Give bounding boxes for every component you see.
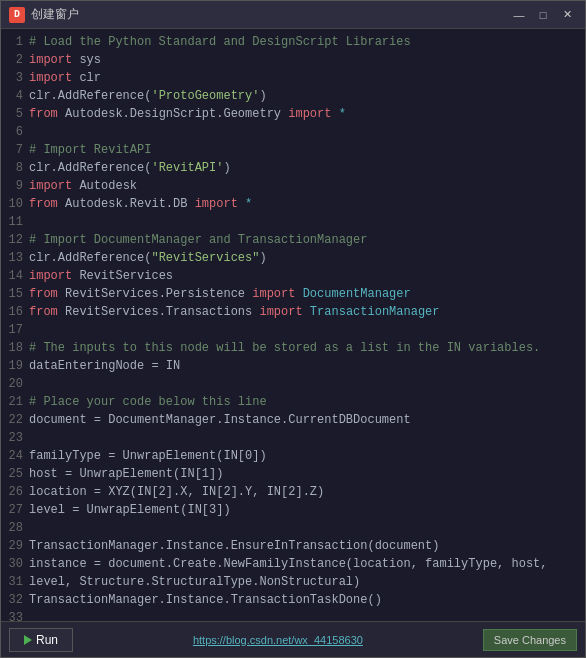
run-button[interactable]: Run: [9, 628, 73, 652]
line-code: import sys: [29, 51, 585, 69]
table-row: 33: [1, 609, 585, 621]
table-row: 28: [1, 519, 585, 537]
table-row: 23: [1, 429, 585, 447]
line-code: import RevitServices: [29, 267, 585, 285]
line-number: 13: [1, 249, 29, 267]
table-row: 9import Autodesk: [1, 177, 585, 195]
line-code: # Import RevitAPI: [29, 141, 585, 159]
line-number: 31: [1, 573, 29, 591]
line-code: [29, 123, 585, 141]
table-row: 29TransactionManager.Instance.EnsureInTr…: [1, 537, 585, 555]
line-code: # Place your code below this line: [29, 393, 585, 411]
window-controls: — □ ✕: [509, 7, 577, 23]
table-row: 6: [1, 123, 585, 141]
line-number: 3: [1, 69, 29, 87]
line-code: [29, 375, 585, 393]
line-code: clr.AddReference('ProtoGeometry'): [29, 87, 585, 105]
table-row: 25host = UnwrapElement(IN[1]): [1, 465, 585, 483]
line-number: 28: [1, 519, 29, 537]
line-code: # Load the Python Standard and DesignScr…: [29, 33, 585, 51]
table-row: 22document = DocumentManager.Instance.Cu…: [1, 411, 585, 429]
line-number: 22: [1, 411, 29, 429]
line-code: location = XYZ(IN[2].X, IN[2].Y, IN[2].Z…: [29, 483, 585, 501]
line-code: TransactionManager.Instance.TransactionT…: [29, 591, 585, 609]
line-number: 2: [1, 51, 29, 69]
line-number: 6: [1, 123, 29, 141]
line-number: 33: [1, 609, 29, 621]
table-row: 18# The inputs to this node will be stor…: [1, 339, 585, 357]
line-number: 23: [1, 429, 29, 447]
table-row: 21# Place your code below this line: [1, 393, 585, 411]
table-row: 32TransactionManager.Instance.Transactio…: [1, 591, 585, 609]
line-code: TransactionManager.Instance.EnsureInTran…: [29, 537, 585, 555]
line-number: 5: [1, 105, 29, 123]
line-number: 12: [1, 231, 29, 249]
table-row: 1# Load the Python Standard and DesignSc…: [1, 33, 585, 51]
line-code: [29, 429, 585, 447]
line-code: instance = document.Create.NewFamilyInst…: [29, 555, 585, 573]
line-number: 11: [1, 213, 29, 231]
line-number: 7: [1, 141, 29, 159]
line-number: 9: [1, 177, 29, 195]
line-number: 24: [1, 447, 29, 465]
line-number: 4: [1, 87, 29, 105]
save-button[interactable]: Save Changes: [483, 629, 577, 651]
window-title: 创建窗户: [31, 6, 509, 23]
table-row: 24familyType = UnwrapElement(IN[0]): [1, 447, 585, 465]
code-content: 1# Load the Python Standard and DesignSc…: [1, 29, 585, 621]
table-row: 5from Autodesk.DesignScript.Geometry imp…: [1, 105, 585, 123]
table-row: 2import sys: [1, 51, 585, 69]
line-number: 8: [1, 159, 29, 177]
main-window: D 创建窗户 — □ ✕ 1# Load the Python Standard…: [0, 0, 586, 658]
table-row: 17: [1, 321, 585, 339]
line-number: 20: [1, 375, 29, 393]
table-row: 8clr.AddReference('RevitAPI'): [1, 159, 585, 177]
line-number: 27: [1, 501, 29, 519]
bottom-bar: Run https://blog.csdn.net/wx_44158630 Sa…: [1, 621, 585, 657]
line-number: 30: [1, 555, 29, 573]
line-code: document = DocumentManager.Instance.Curr…: [29, 411, 585, 429]
line-number: 18: [1, 339, 29, 357]
url-text[interactable]: https://blog.csdn.net/wx_44158630: [73, 634, 483, 646]
table-row: 31level, Structure.StructuralType.NonStr…: [1, 573, 585, 591]
table-row: 27level = UnwrapElement(IN[3]): [1, 501, 585, 519]
line-code: from RevitServices.Transactions import T…: [29, 303, 585, 321]
line-code: [29, 321, 585, 339]
table-row: 16from RevitServices.Transactions import…: [1, 303, 585, 321]
line-number: 26: [1, 483, 29, 501]
table-row: 10from Autodesk.Revit.DB import *: [1, 195, 585, 213]
app-icon: D: [9, 7, 25, 23]
line-number: 14: [1, 267, 29, 285]
code-editor[interactable]: 1# Load the Python Standard and DesignSc…: [1, 29, 585, 621]
line-number: 32: [1, 591, 29, 609]
table-row: 26location = XYZ(IN[2].X, IN[2].Y, IN[2]…: [1, 483, 585, 501]
run-icon: [24, 635, 32, 645]
line-code: familyType = UnwrapElement(IN[0]): [29, 447, 585, 465]
line-number: 10: [1, 195, 29, 213]
line-number: 17: [1, 321, 29, 339]
line-code: level, Structure.StructuralType.NonStruc…: [29, 573, 585, 591]
line-code: clr.AddReference("RevitServices"): [29, 249, 585, 267]
minimize-button[interactable]: —: [509, 7, 529, 23]
table-row: 7# Import RevitAPI: [1, 141, 585, 159]
line-code: from Autodesk.DesignScript.Geometry impo…: [29, 105, 585, 123]
line-number: 1: [1, 33, 29, 51]
line-code: clr.AddReference('RevitAPI'): [29, 159, 585, 177]
line-number: 21: [1, 393, 29, 411]
line-code: [29, 213, 585, 231]
table-row: 3import clr: [1, 69, 585, 87]
maximize-button[interactable]: □: [533, 7, 553, 23]
table-row: 15from RevitServices.Persistence import …: [1, 285, 585, 303]
table-row: 19dataEnteringNode = IN: [1, 357, 585, 375]
line-number: 29: [1, 537, 29, 555]
line-code: dataEnteringNode = IN: [29, 357, 585, 375]
table-row: 4clr.AddReference('ProtoGeometry'): [1, 87, 585, 105]
line-code: import clr: [29, 69, 585, 87]
line-code: level = UnwrapElement(IN[3]): [29, 501, 585, 519]
line-code: # Import DocumentManager and Transaction…: [29, 231, 585, 249]
table-row: 12# Import DocumentManager and Transacti…: [1, 231, 585, 249]
line-code: [29, 609, 585, 621]
close-button[interactable]: ✕: [557, 7, 577, 23]
table-row: 14import RevitServices: [1, 267, 585, 285]
line-code: from RevitServices.Persistence import Do…: [29, 285, 585, 303]
